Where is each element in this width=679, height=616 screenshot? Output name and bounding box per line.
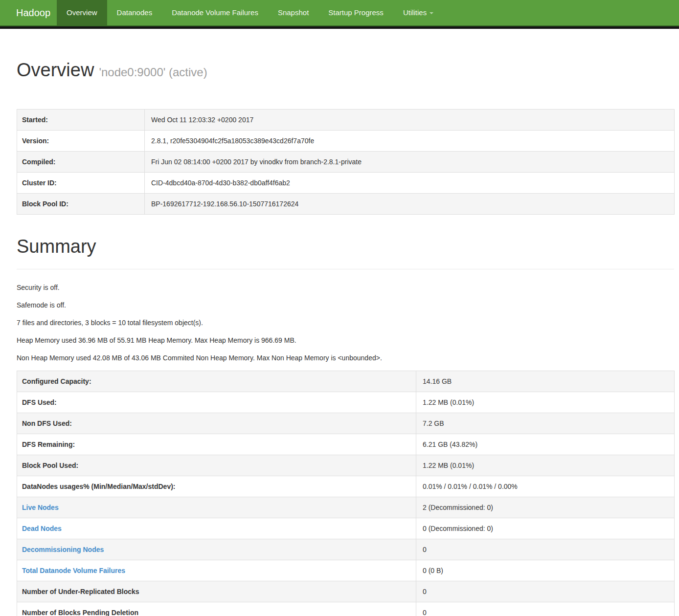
- row-value: 0.01% / 0.01% / 0.01% / 0.00%: [416, 476, 675, 497]
- table-row: DataNodes usages% (Min/Median/Max/stdDev…: [17, 476, 675, 497]
- row-value: 0 (Decommissioned: 0): [416, 518, 675, 539]
- row-value: 2.8.1, r20fe5304904fc2f5a18053c389e43cd2…: [145, 130, 675, 151]
- table-row: Cluster ID: CID-4dbcd40a-870d-4d30-b382-…: [17, 172, 675, 193]
- row-value: Fri Jun 02 08:14:00 +0200 2017 by vinodk…: [145, 151, 675, 172]
- nav-tab-datanode-volume-failures[interactable]: Datanode Volume Failures: [162, 0, 268, 25]
- caret-down-icon: [430, 12, 433, 14]
- row-value: 7.2 GB: [416, 413, 675, 434]
- summary-title: Summary: [17, 237, 674, 257]
- table-row: Compiled: Fri Jun 02 08:14:00 +0200 2017…: [17, 151, 675, 172]
- navbar-divider: [0, 26, 679, 29]
- row-value: 0: [416, 539, 675, 560]
- total-datanode-volume-failures-link[interactable]: Total Datanode Volume Failures: [22, 567, 125, 574]
- row-value: 1.22 MB (0.01%): [416, 392, 675, 413]
- table-row: Configured Capacity: 14.16 GB: [17, 371, 675, 392]
- live-nodes-link[interactable]: Live Nodes: [22, 504, 59, 511]
- row-label: Started:: [17, 109, 145, 130]
- row-label: Configured Capacity:: [17, 371, 416, 392]
- page-title-text: Overview: [17, 60, 94, 80]
- nav-tab-overview[interactable]: Overview: [57, 0, 107, 25]
- row-value: BP-1692617712-192.168.56.10-150771617262…: [145, 193, 675, 214]
- summary-line-safemode: Safemode is off.: [17, 300, 674, 310]
- navbar-menu: Overview Datanodes Datanode Volume Failu…: [57, 0, 443, 25]
- table-row: Non DFS Used: 7.2 GB: [17, 413, 675, 434]
- row-value: 0 (0 B): [416, 560, 675, 581]
- row-label: Dead Nodes: [17, 518, 416, 539]
- table-row: DFS Used: 1.22 MB (0.01%): [17, 392, 675, 413]
- row-label: Compiled:: [17, 151, 145, 172]
- main-content: Overview'node0:9000' (active) Started: W…: [17, 60, 674, 616]
- table-row: Started: Wed Oct 11 12:03:32 +0200 2017: [17, 109, 675, 130]
- row-value: 1.22 MB (0.01%): [416, 455, 675, 476]
- table-row: Block Pool Used: 1.22 MB (0.01%): [17, 455, 675, 476]
- table-row: Number of Blocks Pending Deletion 0: [17, 602, 675, 616]
- row-value: 0: [416, 581, 675, 602]
- page-title-subtitle: 'node0:9000' (active): [99, 66, 207, 79]
- table-row: Block Pool ID: BP-1692617712-192.168.56.…: [17, 193, 675, 214]
- dead-nodes-link[interactable]: Dead Nodes: [22, 525, 62, 532]
- nav-tab-startup-progress[interactable]: Startup Progress: [318, 0, 393, 25]
- row-label: Cluster ID:: [17, 172, 145, 193]
- summary-line-security: Security is off.: [17, 283, 674, 292]
- summary-line-filesystem-objects: 7 files and directories, 3 blocks = 10 t…: [17, 318, 674, 328]
- table-row: Version: 2.8.1, r20fe5304904fc2f5a18053c…: [17, 130, 675, 151]
- row-label: Number of Blocks Pending Deletion: [17, 602, 416, 616]
- row-label: Total Datanode Volume Failures: [17, 560, 416, 581]
- nav-tab-snapshot[interactable]: Snapshot: [268, 0, 318, 25]
- page-title: Overview'node0:9000' (active): [17, 60, 674, 81]
- row-label: Decommissioning Nodes: [17, 539, 416, 560]
- table-row: Number of Under-Replicated Blocks 0: [17, 581, 675, 602]
- row-value: CID-4dbcd40a-870d-4d30-b382-db0aff4f6ab2: [145, 172, 675, 193]
- row-value: 6.21 GB (43.82%): [416, 434, 675, 455]
- row-label: Block Pool Used:: [17, 455, 416, 476]
- table-row: Total Datanode Volume Failures 0 (0 B): [17, 560, 675, 581]
- row-value: Wed Oct 11 12:03:32 +0200 2017: [145, 109, 675, 130]
- overview-table: Started: Wed Oct 11 12:03:32 +0200 2017 …: [17, 109, 675, 215]
- row-label: Non DFS Used:: [17, 413, 416, 434]
- decommissioning-nodes-link[interactable]: Decommissioning Nodes: [22, 546, 104, 553]
- row-label: Version:: [17, 130, 145, 151]
- nav-dropdown-utilities[interactable]: Utilities: [393, 0, 443, 25]
- nav-dropdown-utilities-label: Utilities: [403, 8, 427, 17]
- table-row: Live Nodes 2 (Decommissioned: 0): [17, 497, 675, 518]
- summary-table: Configured Capacity: 14.16 GB DFS Used: …: [17, 371, 675, 616]
- nav-tab-datanodes[interactable]: Datanodes: [107, 0, 162, 25]
- row-value: 0: [416, 602, 675, 616]
- table-row: DFS Remaining: 6.21 GB (43.82%): [17, 434, 675, 455]
- row-value: 2 (Decommissioned: 0): [416, 497, 675, 518]
- row-label: DFS Remaining:: [17, 434, 416, 455]
- table-row: Dead Nodes 0 (Decommissioned: 0): [17, 518, 675, 539]
- summary-header: Summary: [17, 237, 674, 269]
- navbar-brand[interactable]: Hadoop: [0, 0, 57, 25]
- table-row: Decommissioning Nodes 0: [17, 539, 675, 560]
- navbar: Hadoop Overview Datanodes Datanode Volum…: [0, 0, 679, 26]
- summary-line-heap-memory: Heap Memory used 36.96 MB of 55.91 MB He…: [17, 335, 674, 345]
- row-label: Block Pool ID:: [17, 193, 145, 214]
- row-label: DataNodes usages% (Min/Median/Max/stdDev…: [17, 476, 416, 497]
- row-value: 14.16 GB: [416, 371, 675, 392]
- summary-line-non-heap-memory: Non Heap Memory used 42.08 MB of 43.06 M…: [17, 353, 674, 363]
- row-label: Number of Under-Replicated Blocks: [17, 581, 416, 602]
- row-label: DFS Used:: [17, 392, 416, 413]
- row-label: Live Nodes: [17, 497, 416, 518]
